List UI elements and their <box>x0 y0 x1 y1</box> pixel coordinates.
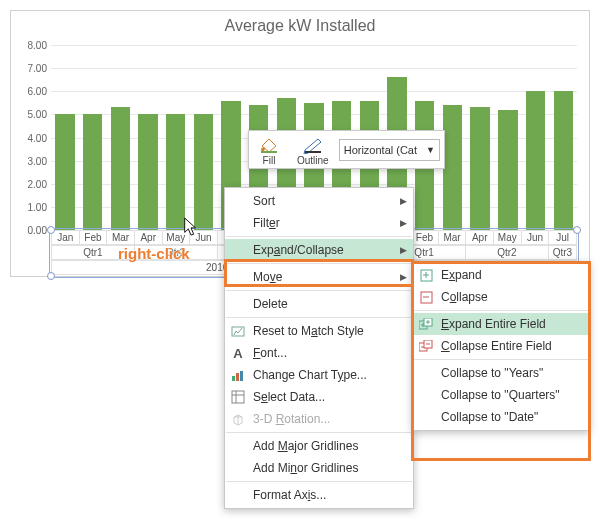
submenu-collapse-quarters[interactable]: Collapse to "Quarters" <box>413 384 589 406</box>
reset-icon <box>230 323 246 339</box>
mini-toolbar: Fill Outline Horizontal (Cat ▼ <box>248 130 445 169</box>
svg-rect-3 <box>232 376 235 381</box>
bar[interactable] <box>111 107 130 230</box>
bar[interactable] <box>138 114 157 230</box>
y-tick: 6.00 <box>28 86 47 97</box>
bar[interactable] <box>166 114 185 230</box>
menu-change-chart-label: Change Chart Type... <box>253 368 367 382</box>
fill-button[interactable]: Fill <box>249 131 289 168</box>
chevron-down-icon: ▼ <box>426 145 435 155</box>
menu-format-axis-label: Format Axis... <box>253 488 326 502</box>
y-tick: 4.00 <box>28 132 47 143</box>
submenu-collapse-field-label: Collapse Entire Field <box>441 339 552 353</box>
y-tick: 3.00 <box>28 155 47 166</box>
menu-3d-rotation: 3-D Rotation... <box>225 408 413 430</box>
submenu-collapse-quarters-label: Collapse to "Quarters" <box>441 388 560 402</box>
chevron-right-icon: ▶ <box>400 218 407 228</box>
menu-add-minor-gridlines[interactable]: Add Minor Gridlines <box>225 457 413 479</box>
chevron-right-icon: ▶ <box>400 245 407 255</box>
submenu-collapse-years-label: Collapse to "Years" <box>441 366 543 380</box>
submenu-collapse-date-label: Collapse to "Date" <box>441 410 538 424</box>
submenu-collapse-date[interactable]: Collapse to "Date" <box>413 406 589 428</box>
chart-type-icon <box>230 367 246 383</box>
y-tick: 0.00 <box>28 225 47 236</box>
element-selector-dropdown[interactable]: Horizontal (Cat ▼ <box>339 139 440 161</box>
y-tick: 5.00 <box>28 109 47 120</box>
submenu-collapse-label: Collapse <box>441 290 488 304</box>
menu-sort-label: Sort <box>253 194 275 208</box>
svg-rect-0 <box>261 151 277 153</box>
y-tick: 1.00 <box>28 201 47 212</box>
submenu-expand-entire-field[interactable]: Expand Entire Field <box>413 313 589 335</box>
menu-major-grid-label: Add Major Gridlines <box>253 439 358 453</box>
bar[interactable] <box>554 91 573 230</box>
menu-delete[interactable]: Delete <box>225 293 413 315</box>
font-icon: A <box>230 345 246 361</box>
chart-title: Average kW Installed <box>11 11 589 39</box>
select-data-icon <box>230 389 246 405</box>
menu-expand-collapse[interactable]: Expand/Collapse▶ <box>225 239 413 261</box>
cube-icon <box>230 411 246 427</box>
svg-rect-4 <box>236 373 239 381</box>
menu-separator <box>226 432 412 433</box>
bar[interactable] <box>83 114 102 230</box>
y-tick: 7.00 <box>28 63 47 74</box>
element-selector-value: Horizontal (Cat <box>344 144 417 156</box>
expand-collapse-submenu: Expand Collapse Expand Entire Field Coll… <box>412 261 590 431</box>
submenu-collapse-years[interactable]: Collapse to "Years" <box>413 362 589 384</box>
y-axis: 0.001.002.003.004.005.006.007.008.00 <box>17 45 49 230</box>
menu-3d-label: 3-D Rotation... <box>253 412 330 426</box>
outline-label: Outline <box>297 155 329 166</box>
menu-font[interactable]: A Font... <box>225 342 413 364</box>
menu-move[interactable]: Move▶ <box>225 266 413 288</box>
submenu-expand-label: Expand <box>441 268 482 282</box>
collapse-icon <box>418 289 434 305</box>
menu-separator <box>226 481 412 482</box>
svg-rect-1 <box>305 151 321 153</box>
bar[interactable] <box>194 114 213 230</box>
menu-move-label: Move <box>253 270 282 284</box>
menu-minor-grid-label: Add Minor Gridlines <box>253 461 358 475</box>
menu-separator <box>226 263 412 264</box>
menu-add-major-gridlines[interactable]: Add Major Gridlines <box>225 435 413 457</box>
chevron-right-icon: ▶ <box>400 272 407 282</box>
outline-button[interactable]: Outline <box>289 131 337 168</box>
menu-delete-label: Delete <box>253 297 288 311</box>
menu-format-axis[interactable]: Format Axis... <box>225 484 413 506</box>
submenu-expand[interactable]: Expand <box>413 264 589 286</box>
bar[interactable] <box>498 110 517 230</box>
y-tick: 2.00 <box>28 178 47 189</box>
menu-reset-label: Reset to Match Style <box>253 324 364 338</box>
bar[interactable] <box>526 91 545 230</box>
fill-icon <box>257 135 281 155</box>
menu-reset-style[interactable]: Reset to Match Style <box>225 320 413 342</box>
callout-right-click: right-click <box>118 245 190 262</box>
menu-font-label: Font... <box>253 346 287 360</box>
expand-icon <box>418 267 434 283</box>
context-menu: Sort▶ Filter▶ Expand/Collapse▶ Move▶ Del… <box>224 187 414 509</box>
menu-separator <box>226 290 412 291</box>
submenu-expand-field-label: Expand Entire Field <box>441 317 546 331</box>
bar[interactable] <box>443 105 462 230</box>
fill-label: Fill <box>263 155 276 166</box>
y-tick: 8.00 <box>28 40 47 51</box>
menu-filter[interactable]: Filter▶ <box>225 212 413 234</box>
outline-icon <box>301 135 325 155</box>
menu-separator <box>226 236 412 237</box>
menu-filter-label: Filter <box>253 216 280 230</box>
submenu-collapse-entire-field[interactable]: Collapse Entire Field <box>413 335 589 357</box>
menu-separator <box>414 359 588 360</box>
bar[interactable] <box>55 114 74 230</box>
submenu-collapse[interactable]: Collapse <box>413 286 589 308</box>
menu-sort[interactable]: Sort▶ <box>225 190 413 212</box>
svg-rect-6 <box>232 391 244 403</box>
menu-select-data[interactable]: Select Data... <box>225 386 413 408</box>
chevron-right-icon: ▶ <box>400 196 407 206</box>
menu-change-chart-type[interactable]: Change Chart Type... <box>225 364 413 386</box>
menu-select-data-label: Select Data... <box>253 390 325 404</box>
collapse-field-icon <box>418 338 434 354</box>
menu-expand-collapse-label: Expand/Collapse <box>253 243 344 257</box>
expand-field-icon <box>418 316 434 332</box>
menu-separator <box>226 317 412 318</box>
bar[interactable] <box>470 107 489 230</box>
